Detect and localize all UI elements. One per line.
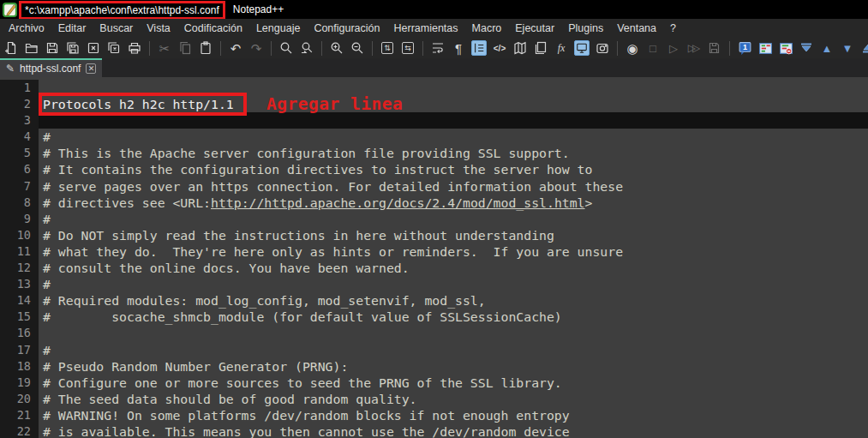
line-number: 21 [0, 407, 39, 423]
menu-item-editar[interactable]: Editar [51, 20, 93, 37]
close-icon[interactable] [86, 40, 101, 56]
code-text[interactable]: # [39, 211, 868, 227]
open-file-icon[interactable] [24, 40, 39, 56]
editor-line-5: 5# This is the Apache server configurati… [0, 145, 868, 161]
uncollapse-level-icon[interactable]: ▼ [840, 40, 855, 56]
line-number: 13 [0, 276, 39, 292]
toolbar-separator [617, 41, 618, 56]
sync-horizontal-scroll-icon[interactable]: ⇆ [400, 40, 416, 56]
new-file-icon[interactable] [3, 40, 19, 56]
menu-item-configuracin[interactable]: Configuración [307, 20, 386, 37]
toolbar-separator [372, 41, 373, 56]
code-text[interactable]: # The seed data should be of good random… [39, 391, 868, 407]
line-number: 17 [0, 342, 39, 358]
user-defined-language-icon[interactable]: </> [492, 40, 507, 56]
redo-icon[interactable]: ↷ [248, 40, 264, 56]
code-text[interactable]: # WARNING! On some platforms /dev/random… [39, 407, 868, 423]
code-text[interactable]: # This is the Apache server configuratio… [39, 145, 868, 161]
menu-item-ventana[interactable]: Ventana [610, 20, 663, 37]
menu-item-codificacin[interactable]: Codificación [177, 20, 249, 37]
toolbar-separator [149, 41, 150, 56]
macro-run-multiple-icon[interactable]: ▷▷ [686, 40, 702, 56]
code-text[interactable]: Protocols h2 h2c http/1.1 [39, 96, 868, 112]
notepad-plus-plus-window: *c:\xampp\apache\conf\extra\httpd-ssl.co… [0, 0, 868, 438]
menu-item-macro[interactable]: Macro [465, 20, 509, 37]
copy-icon[interactable] [177, 40, 193, 56]
snapshot-icon[interactable] [595, 40, 610, 56]
line-number: 18 [0, 358, 39, 375]
editor-line-2: 2Protocols h2 h2c http/1.1 [0, 96, 868, 112]
toolbar-separator [422, 41, 423, 56]
document-map-icon[interactable] [512, 40, 528, 56]
macro-save-icon[interactable] [707, 40, 722, 56]
marked-lines-icon[interactable] [757, 40, 773, 56]
line-number: 5 [0, 145, 39, 161]
code-text[interactable]: # Configure one or more sources to seed … [39, 375, 868, 391]
code-text[interactable]: # serve pages over an https connection. … [39, 178, 868, 195]
menu-item-herramientas[interactable]: Herramientas [387, 20, 465, 37]
line-number: 9 [0, 211, 39, 227]
editor-line-4: 4# [0, 129, 868, 145]
line-number: 22 [0, 423, 39, 438]
menu-item-vista[interactable]: Vista [140, 20, 177, 37]
code-text[interactable]: # Pseudo Random Number Generator (PRNG): [39, 358, 868, 375]
toggle-bookmark-icon[interactable]: 1 [737, 40, 752, 56]
code-text[interactable]: # directives see <URL:http://httpd.apach… [39, 195, 868, 211]
collapse-level-icon[interactable]: ▲ [819, 40, 835, 56]
paste-icon[interactable] [198, 40, 213, 56]
undo-icon[interactable]: ↶ [228, 40, 243, 56]
close-all-icon[interactable] [106, 40, 122, 56]
menu-item-archivo[interactable]: Archivo [2, 20, 51, 37]
code-text[interactable]: # what they do. They're here only as hin… [39, 243, 868, 260]
code-text[interactable]: # Required modules: mod_log_config, mod_… [39, 292, 868, 309]
zoom-in-icon[interactable] [329, 40, 344, 56]
code-text[interactable]: # It contains the configuration directiv… [39, 161, 868, 177]
cut-icon[interactable]: ✂ [157, 40, 172, 56]
menu-item-buscar[interactable]: Buscar [93, 20, 140, 37]
menu-item-ejecutar[interactable]: Ejecutar [508, 20, 561, 37]
word-wrap-icon[interactable] [430, 40, 446, 56]
code-text[interactable]: # Do NOT simply read the instructions in… [39, 227, 868, 243]
code-text[interactable]: # consult the online docs. You have been… [39, 260, 868, 276]
url-link[interactable]: http://httpd.apache.org/docs/2.4/mod/mod… [211, 195, 585, 210]
code-text[interactable] [39, 325, 868, 341]
code-text[interactable]: # socache_shmcb_module (for default valu… [39, 309, 868, 325]
macro-stop-icon[interactable]: □ [645, 40, 661, 56]
line-number: 19 [0, 375, 39, 391]
document-list-icon[interactable] [533, 40, 548, 56]
code-text[interactable]: # is available. This means you then cann… [39, 423, 868, 438]
code-text[interactable] [39, 112, 868, 129]
function-list-icon[interactable]: fx [554, 40, 569, 56]
menu-bar: ArchivoEditarBuscarVistaCodificaciónLeng… [0, 19, 868, 38]
menu-item-?[interactable]: ? [663, 20, 683, 37]
replace-icon[interactable] [299, 40, 314, 56]
menu-item-plugins[interactable]: Plugins [561, 20, 610, 37]
code-text[interactable]: # [39, 276, 868, 292]
save-all-icon[interactable] [65, 40, 81, 56]
editor-line-11: 11# what they do. They're here only as h… [0, 243, 868, 260]
monitoring-icon[interactable] [574, 40, 590, 56]
zoom-out-icon[interactable] [350, 40, 365, 56]
print-icon[interactable] [127, 40, 142, 56]
toolbar: ✂ ↶ ↷ ⇅ ⇆ ¶ </> fx ◉ □ ▷ ▷▷ 1 ▲ [0, 38, 868, 58]
macro-play-icon[interactable]: ▷ [666, 40, 681, 56]
delete-marked-lines-icon[interactable] [778, 40, 793, 56]
editor-area[interactable]: Agregar linea 12Protocols h2 h2c http/1.… [0, 77, 868, 438]
code-text[interactable]: # [39, 342, 868, 358]
editor-line-21: 21# WARNING! On some platforms /dev/rand… [0, 407, 868, 423]
save-icon[interactable] [45, 40, 60, 56]
menu-item-lenguaje[interactable]: Lenguaje [249, 20, 307, 37]
show-all-characters-icon[interactable]: ¶ [451, 40, 466, 56]
code-text[interactable]: # [39, 129, 868, 145]
unfold-all-icon[interactable] [860, 40, 868, 56]
tab-httpd-ssl-conf[interactable]: ✎ httpd-ssl.conf ✕ [0, 58, 102, 77]
fold-all-icon[interactable] [799, 40, 814, 56]
find-icon[interactable] [278, 40, 294, 56]
sync-vertical-scroll-icon[interactable]: ⇅ [380, 40, 395, 56]
editor-line-19: 19# Configure one or more sources to see… [0, 375, 868, 391]
line-number: 1 [0, 80, 39, 96]
macro-record-icon[interactable]: ◉ [625, 40, 640, 56]
code-text[interactable] [39, 80, 868, 96]
tab-close-icon[interactable]: ✕ [86, 63, 96, 74]
show-indent-guide-icon[interactable] [471, 40, 487, 56]
